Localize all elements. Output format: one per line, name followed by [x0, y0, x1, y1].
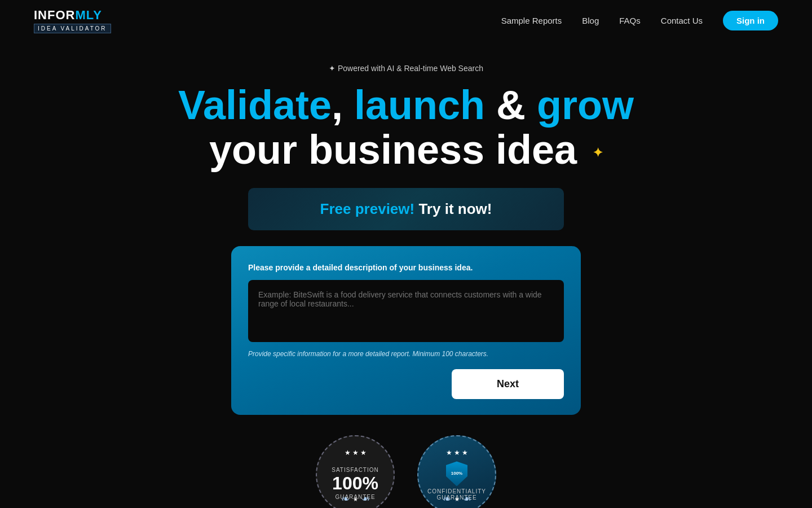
logo-subtitle: IDEA VALIDATOR — [34, 24, 111, 33]
star-icon: ★ — [446, 449, 452, 457]
hero-word-launch: launch — [354, 82, 485, 128]
star-icon: ★ — [360, 449, 367, 457]
hero-section: ✦ Powered with AI & Real-time Web Search… — [0, 41, 812, 172]
laurel-right-icon: ❧ — [463, 493, 471, 505]
next-button[interactable]: Next — [452, 369, 564, 399]
free-preview-label: Free preview! — [320, 200, 415, 217]
nav-blog[interactable]: Blog — [582, 16, 599, 25]
logo-text: INFORMLY — [34, 8, 102, 23]
hero-word-validate: Validate — [178, 82, 332, 128]
laurel-left-icon: ❧ — [443, 493, 451, 505]
form-hint: Provide specific information for a more … — [248, 350, 564, 358]
form-label: Please provide a detailed description of… — [248, 263, 564, 272]
confidentiality-badge: ★ ★ ★ 100% CONFIDENTIALITY GUARANTEE ❧ ★… — [417, 435, 496, 508]
star-icon: ★ — [454, 449, 460, 457]
navbar: INFORMLY IDEA VALIDATOR Sample Reports B… — [0, 0, 812, 41]
laurel-left-icon: ❧ — [341, 493, 350, 505]
signin-button[interactable]: Sign in — [723, 11, 778, 30]
hero-title-line2: your business idea — [209, 127, 577, 172]
try-now-label: Try it now! — [414, 200, 492, 217]
nav-sample-reports[interactable]: Sample Reports — [501, 16, 562, 25]
nav-links: Sample Reports Blog FAQs Contact Us Sign… — [501, 11, 778, 30]
logo: INFORMLY IDEA VALIDATOR — [34, 8, 111, 33]
hero-word-grow: grow — [537, 82, 634, 128]
laurel-right-icon: ❧ — [361, 493, 370, 505]
badges-section: ★ ★ ★ SATISFACTION 100% GUARANTEE ❧ ★ ❧ … — [0, 435, 812, 508]
sparkle-icon: ✦ — [593, 146, 603, 160]
star-bottom-icon: ★ — [454, 496, 460, 502]
idea-textarea[interactable] — [248, 280, 564, 342]
star-icon: ★ — [345, 449, 351, 457]
nav-faqs[interactable]: FAQs — [619, 16, 641, 25]
nav-contact-us[interactable]: Contact Us — [661, 16, 703, 25]
powered-badge: ✦ Powered with AI & Real-time Web Search — [34, 64, 778, 73]
satisfaction-label-top: SATISFACTION — [332, 467, 379, 473]
preview-banner: Free preview! Try it now! — [248, 188, 564, 230]
shield-percent: 100% — [451, 471, 462, 476]
hero-title: Validate, launch & grow your business id… — [34, 83, 778, 172]
star-bottom-icon: ★ — [353, 496, 358, 502]
idea-form-card: Please provide a detailed description of… — [231, 246, 581, 415]
star-icon: ★ — [462, 449, 468, 457]
satisfaction-badge: ★ ★ ★ SATISFACTION 100% GUARANTEE ❧ ★ ❧ — [316, 435, 395, 508]
satisfaction-percent: 100% — [332, 473, 379, 494]
star-icon: ★ — [352, 449, 359, 457]
